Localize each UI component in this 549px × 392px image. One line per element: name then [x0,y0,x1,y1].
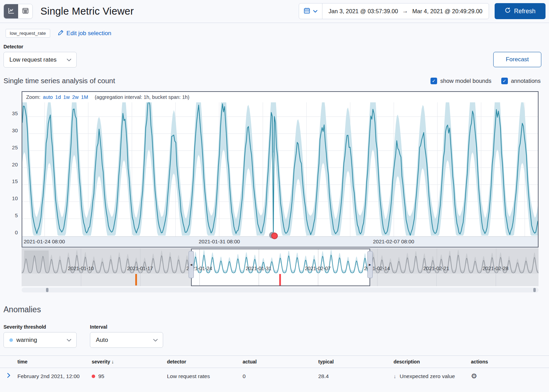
cell-severity: 95 [98,373,104,379]
col-description[interactable]: description [391,356,468,368]
zoom-link-auto[interactable]: auto [43,94,53,100]
y-tick: 0 [15,229,18,235]
detector-label: Detector [3,44,549,49]
interval-select[interactable]: Auto [90,332,163,348]
refresh-button[interactable]: Refresh [495,3,546,19]
cell-actual: 0 [240,368,315,385]
annotations-label: annotations [511,78,541,84]
swimlane-gridline [436,274,437,286]
chevron-down-icon [67,337,71,344]
focus-chart-svg [22,102,538,236]
swimlane-gridline [199,274,200,286]
expand-row-button[interactable] [3,373,11,379]
job-selection-row: low_request_rate Edit job selection [0,23,549,39]
context-chart-svg [22,249,539,274]
y-tick: 5 [15,212,18,218]
table-header-row: time severity ↓ detector actual typical … [0,356,549,368]
col-severity[interactable]: severity ↓ [89,356,164,368]
context-scrollbar[interactable] [22,288,539,292]
zoom-link-1w[interactable]: 1w [63,94,70,100]
col-typical[interactable]: typical [315,356,391,368]
anomalies-table: time severity ↓ detector actual typical … [0,355,549,384]
zoom-label: Zoom: [26,94,40,100]
page-header: Single Metric Viewer Jan 3, 2021 @ 03:57… [0,0,549,23]
anomaly-tick[interactable] [279,274,281,285]
show-model-bounds-checkbox[interactable]: ✓ show model bounds [430,78,491,84]
x-axis-labels: 2021-01-24 08:002021-01-31 08:002021-02-… [22,236,538,247]
forecast-button[interactable]: Forecast [493,52,541,67]
swimlane-gridline [140,274,140,286]
pencil-icon [58,30,64,37]
severity-threshold-label: Severity threshold [3,324,77,330]
y-tick: 25 [12,144,18,150]
anomaly-marker[interactable] [271,233,278,239]
arrow-down-icon: ↓ [394,373,396,379]
gear-icon[interactable]: ⚙ [471,372,477,380]
time-range-picker: Jan 3, 2021 @ 03:57:39.00 → Mar 4, 2021 … [299,3,489,19]
refresh-icon [505,7,511,15]
y-tick: 20 [12,162,18,167]
interval-field: Interval Auto [90,319,163,348]
warning-severity-dot [9,338,13,342]
anomaly-swimlane[interactable] [22,274,539,286]
aggregation-note: (aggregation interval: 1h, bucket span: … [95,94,190,100]
chevron-down-icon [67,56,71,63]
swimlane-gridline [377,274,378,286]
job-badge[interactable]: low_request_rate [6,29,50,38]
severity-threshold-select[interactable]: warning [3,332,77,348]
scrollbar-thumb-left[interactable] [46,288,48,292]
swimlane-gridline [318,274,318,286]
y-tick: 15 [12,178,18,184]
time-range-end[interactable]: Mar 4, 2021 @ 20:49:29.00 [412,8,482,15]
detector-select[interactable]: Low request rates [3,52,77,68]
brush-handle-left[interactable]: ◀ [189,251,194,278]
context-chart[interactable]: 2021-01-102021-01-172021-01-242021-01-31… [22,248,539,286]
y-tick: 10 [12,195,18,201]
zoom-link-1d[interactable]: 1d [55,94,61,100]
focus-chart-area: 05101520253035 Zoom:auto1d1w2w1M (aggreg… [3,91,539,248]
page-title: Single Metric Viewer [40,6,134,17]
col-detector[interactable]: detector [164,356,240,368]
cell-typical: 28.4 [315,368,391,385]
x-tick: 2021-02-07 08:00 [373,238,414,244]
view-toggle-group [3,4,33,19]
col-actual[interactable]: actual [240,356,315,368]
cell-description: Unexpected zero value [400,373,455,379]
annotations-checkbox[interactable]: ✓ annotations [501,78,541,84]
x-tick: 2021-01-31 08:00 [199,238,240,244]
cell-detector: Low request rates [164,368,240,385]
table-view-button[interactable] [18,4,32,18]
focus-chart[interactable]: Zoom:auto1d1w2w1M (aggregation interval:… [22,91,539,248]
chart-view-button[interactable] [4,4,18,18]
critical-severity-dot [92,375,95,378]
checkbox-checked-icon: ✓ [430,78,437,84]
x-tick: 2021-01-24 08:00 [24,238,65,244]
line-chart-icon [8,7,15,15]
quick-select-button[interactable] [299,3,322,19]
arrow-right-icon: → [402,8,408,15]
context-chart-area: 2021-01-102021-01-172021-01-242021-01-31… [3,248,539,286]
col-time[interactable]: time [15,356,89,368]
y-axis-labels: 05101520253035 [3,91,22,248]
time-range-start[interactable]: Jan 3, 2021 @ 03:57:39.00 [329,8,398,15]
brush-handle-right[interactable]: ▶ [367,251,373,278]
zoom-link-1M[interactable]: 1M [81,94,88,100]
swimlane-gridline [81,274,81,286]
annotation-tick[interactable] [135,274,137,285]
table-icon [22,7,29,15]
chevron-down-icon [313,8,318,14]
cell-time: February 2nd 2021, 12:00 [15,368,89,385]
anomaly-row: February 2nd 2021, 12:00 95 Low request … [0,368,549,385]
swimlane-gridline [496,274,496,286]
zoom-link-2w[interactable]: 2w [72,94,79,100]
show-model-bounds-label: show model bounds [440,78,491,84]
sort-desc-icon: ↓ [112,359,114,364]
edit-job-selection-label: Edit job selection [67,30,112,37]
edit-job-selection-link[interactable]: Edit job selection [58,30,112,37]
time-range-display: Jan 3, 2021 @ 03:57:39.00 → Mar 4, 2021 … [322,8,489,15]
scrollbar-thumb-right[interactable] [533,288,536,292]
calendar-icon [304,7,310,15]
refresh-label: Refresh [514,8,535,15]
series-title: Single time series analysis of count [3,77,115,85]
checkbox-checked-icon: ✓ [501,78,508,84]
